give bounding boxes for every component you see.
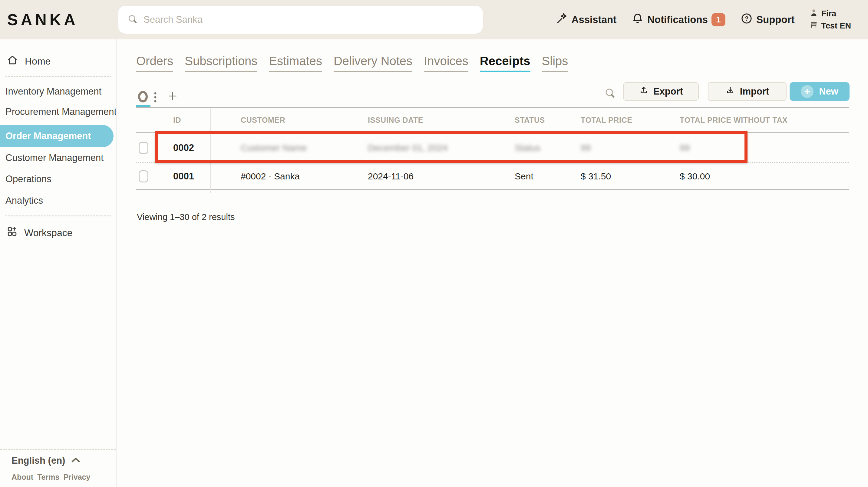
sidebar-item-procurement-management[interactable]: Procurement Management	[0, 102, 116, 121]
search-input[interactable]	[144, 14, 474, 25]
cell-total-price: 99	[581, 143, 680, 153]
privacy-link[interactable]: Privacy	[63, 473, 90, 482]
cell-id: 0001	[160, 171, 241, 182]
sidebar-item-label: Customer Management	[5, 152, 103, 163]
import-icon	[725, 85, 735, 97]
sidebar-item-label: Order Management	[5, 131, 91, 142]
cell-total-price: $ 31.50	[581, 171, 680, 181]
table-search-icon[interactable]	[604, 87, 616, 100]
global-search[interactable]	[118, 6, 483, 34]
sidebar-item-label: Inventory Management	[5, 86, 101, 97]
assistant-wand-icon	[556, 12, 568, 27]
table-row[interactable]: 0001 #0002 - Sanka 2024-11-06 Sent $ 31.…	[136, 163, 849, 190]
document-tabs: Orders Subscriptions Estimates Delivery …	[136, 54, 568, 72]
tab-subscriptions[interactable]: Subscriptions	[185, 54, 257, 72]
sidebar-item-label: Operations	[5, 174, 52, 184]
table-header-row: ID CUSTOMER ISSUING DATE STATUS TOTAL PR…	[136, 108, 849, 133]
legal-links: About Terms Privacy	[11, 473, 90, 482]
user-name: Fira	[821, 9, 836, 19]
cell-total-price-without-tax: $ 30.00	[680, 171, 849, 181]
support-button[interactable]: ? Support	[741, 12, 795, 27]
sidebar-divider	[5, 76, 112, 77]
sidebar-item-label: Home	[25, 56, 51, 67]
sidebar-item-order-management[interactable]: Order Management	[0, 125, 114, 147]
assistant-button[interactable]: Assistant	[556, 12, 617, 27]
row-checkbox-cell	[136, 170, 160, 182]
column-header-issuing-date: ISSUING DATE	[368, 116, 515, 124]
row-checkbox[interactable]	[139, 142, 148, 154]
tab-delivery-notes[interactable]: Delivery Notes	[334, 54, 412, 72]
results-count: Viewing 1–30 of 2 results	[137, 212, 235, 222]
export-icon	[639, 85, 649, 97]
cell-status: Status	[515, 143, 581, 153]
new-label: New	[819, 86, 838, 97]
sidebar-item-customer-management[interactable]: Customer Management	[0, 148, 116, 168]
workspace-name: Test EN	[821, 21, 851, 31]
sidebar: Home Inventory Management Procurement Ma…	[0, 39, 117, 487]
add-view-plus-icon[interactable]	[167, 91, 178, 103]
tab-invoices[interactable]: Invoices	[424, 54, 468, 72]
sidebar-footer-divider	[0, 449, 116, 450]
new-button[interactable]: + New	[789, 82, 849, 101]
export-button[interactable]: Export	[623, 82, 699, 101]
cell-id: 0002	[160, 142, 241, 153]
sidebar-item-label: Analytics	[5, 195, 43, 206]
sidebar-divider	[5, 216, 112, 217]
user-menu[interactable]: Fira Test EN	[810, 8, 851, 31]
home-icon	[7, 54, 18, 68]
assistant-label: Assistant	[571, 14, 617, 25]
sidebar-item-analytics[interactable]: Analytics	[0, 191, 116, 210]
user-icon	[810, 8, 818, 19]
cell-issuing-date: 2024-11-06	[368, 171, 515, 181]
search-icon	[127, 13, 138, 26]
sidebar-item-inventory-management[interactable]: Inventory Management	[0, 82, 116, 101]
tab-slips[interactable]: Slips	[542, 54, 568, 72]
bell-icon	[631, 12, 644, 27]
id-column-divider	[210, 109, 211, 193]
store-icon	[810, 21, 818, 31]
language-label: English (en)	[11, 455, 65, 466]
language-selector[interactable]: English (en)	[11, 455, 81, 466]
view-tab-circle-icon[interactable]	[138, 91, 148, 104]
notifications-badge: 1	[711, 13, 725, 26]
import-button[interactable]: Import	[708, 82, 786, 101]
view-options-menu-icon[interactable]	[154, 92, 157, 104]
cell-customer: #0002 - Sanka	[241, 171, 368, 181]
receipts-table: ID CUSTOMER ISSUING DATE STATUS TOTAL PR…	[136, 107, 849, 190]
tab-orders[interactable]: Orders	[136, 54, 173, 72]
sanka-logo[interactable]: SANKA	[7, 0, 79, 39]
user-name-row: Fira	[810, 8, 851, 19]
workspace-grid-icon	[7, 226, 18, 239]
plus-icon: +	[801, 85, 813, 98]
import-label: Import	[740, 86, 769, 97]
column-header-total-price: TOTAL PRICE	[581, 116, 680, 124]
about-link[interactable]: About	[11, 473, 33, 482]
cell-issuing-date: December 01, 2024	[368, 143, 515, 153]
tab-receipts[interactable]: Receipts	[480, 54, 530, 72]
column-header-total-price-without-tax: TOTAL PRICE WITHOUT TAX	[680, 116, 849, 124]
column-header-id: ID	[160, 116, 241, 124]
chevron-up-icon	[70, 455, 81, 466]
notifications-label: Notifications	[647, 14, 708, 25]
column-header-status: STATUS	[515, 116, 581, 124]
sidebar-item-workspace[interactable]: Workspace	[0, 223, 116, 242]
svg-text:?: ?	[745, 15, 749, 22]
sidebar-item-label: Procurement Management	[5, 106, 116, 117]
terms-link[interactable]: Terms	[37, 473, 59, 482]
sidebar-item-home[interactable]: Home	[0, 52, 116, 71]
topnav: Assistant Notifications 1 ? Support	[556, 0, 851, 39]
sidebar-item-operations[interactable]: Operations	[0, 169, 116, 189]
notifications-button[interactable]: Notifications 1	[631, 12, 725, 27]
row-checkbox-cell	[136, 142, 160, 154]
cell-total-price-without-tax: 99	[680, 143, 849, 153]
cell-customer: Customer Name	[241, 143, 368, 153]
support-label: Support	[756, 14, 795, 25]
question-circle-icon: ?	[741, 12, 753, 27]
export-label: Export	[653, 86, 683, 97]
topbar: SANKA Assistant Notifications	[0, 0, 868, 39]
table-row[interactable]: 0002 Customer Name December 01, 2024 Sta…	[136, 133, 849, 163]
cell-status: Sent	[515, 171, 581, 181]
row-checkbox[interactable]	[139, 170, 148, 182]
tab-estimates[interactable]: Estimates	[269, 54, 322, 72]
column-header-customer: CUSTOMER	[241, 116, 368, 124]
